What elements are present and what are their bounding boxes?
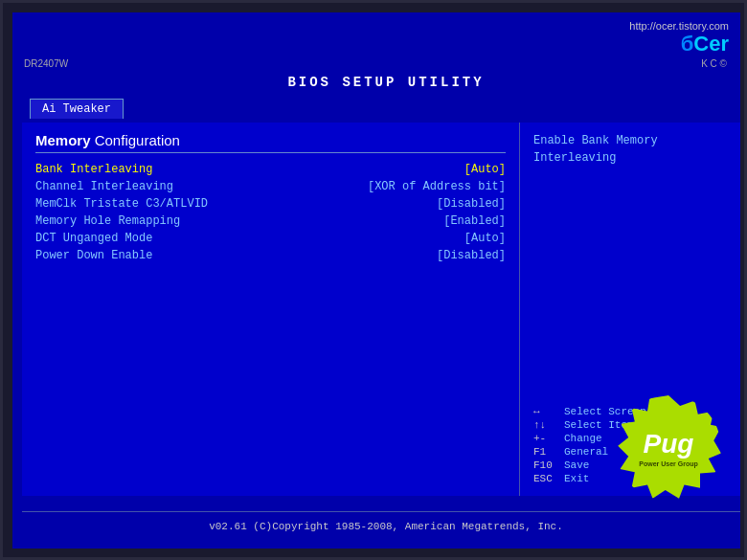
legend-desc-exit: Exit	[564, 473, 589, 484]
menu-value-dct: [Auto]	[464, 232, 506, 245]
menu-value-channel: [XOR of Address bit]	[368, 180, 506, 193]
pug-badge: Pug Power User Group	[616, 395, 721, 501]
legend-key-arrows: ↔	[533, 406, 564, 417]
menu-row-bank[interactable]: Bank Interleaving [Auto]	[35, 161, 506, 178]
menu-items: Bank Interleaving [Auto] Channel Interle…	[35, 161, 506, 264]
left-panel: Memory Configuration Bank Interleaving […	[22, 123, 520, 496]
legend-key-plusminus: +-	[533, 433, 564, 444]
menu-label-memclk: MemClk Tristate C3/ATLVID	[35, 197, 437, 211]
menu-label-dct: DCT Unganged Mode	[35, 232, 464, 245]
legend-key-f10: F10	[533, 459, 564, 471]
section-title-bold: Memory	[35, 132, 91, 148]
bios-footer: v02.61 (C)Copyright 1985-2008, American …	[22, 511, 740, 539]
watermark-url: http://ocer.tistory.com	[629, 20, 729, 32]
tab-bar: Ai Tweaker	[22, 99, 740, 119]
brand-name: Cer	[693, 32, 729, 56]
kc-indicator: K C ©	[701, 58, 727, 69]
watermark-brand: бCer	[629, 32, 729, 56]
menu-row-channel[interactable]: Channel Interleaving [XOR of Address bit…	[35, 178, 506, 195]
menu-value-bank: [Auto]	[464, 163, 506, 176]
legend-key-esc: ESC	[533, 473, 564, 484]
menu-value-powerdown: [Disabled]	[437, 249, 506, 262]
legend-key-f1: F1	[533, 446, 564, 458]
menu-label-bank: Bank Interleaving	[35, 163, 464, 176]
menu-value-memclk: [Disabled]	[437, 197, 506, 211]
o-icon: б	[681, 32, 694, 56]
section-title-thin: Configuration	[91, 132, 180, 148]
menu-label-channel: Channel Interleaving	[35, 180, 368, 193]
menu-row-memhole[interactable]: Memory Hole Remapping [Enabled]	[35, 213, 506, 230]
legend-desc-save: Save	[564, 459, 589, 471]
menu-row-powerdown[interactable]: Power Down Enable [Disabled]	[35, 247, 506, 264]
monitor-label: DR2407W	[24, 58, 68, 69]
watermark: http://ocer.tistory.com бCer	[629, 20, 729, 56]
legend-desc-change: Change	[564, 433, 602, 444]
footer-text: v02.61 (C)Copyright 1985-2008, American …	[209, 521, 563, 532]
menu-label-memhole: Memory Hole Remapping	[35, 214, 443, 228]
pug-splat: Pug Power User Group	[616, 395, 721, 501]
bios-header: BIOS SETUP UTILITY	[22, 70, 740, 95]
pug-main-text: Pug	[639, 428, 697, 460]
legend-desc-general: General	[564, 446, 608, 458]
tab-ai-tweaker[interactable]: Ai Tweaker	[30, 99, 124, 119]
help-text: Enable Bank MemoryInterleaving	[533, 132, 736, 167]
bios-title: BIOS SETUP UTILITY	[287, 75, 484, 90]
menu-row-memclk[interactable]: MemClk Tristate C3/ATLVID [Disabled]	[35, 195, 506, 213]
monitor-frame: http://ocer.tistory.com бCer DR2407W K C…	[0, 0, 747, 560]
pug-sub-text: Power User Group	[639, 460, 697, 468]
screen: http://ocer.tistory.com бCer DR2407W K C…	[12, 12, 740, 549]
menu-label-powerdown: Power Down Enable	[35, 249, 437, 262]
section-title: Memory Configuration	[35, 132, 506, 153]
pug-text-container: Pug Power User Group	[639, 428, 697, 468]
legend-key-updown: ↑↓	[533, 419, 564, 431]
menu-row-dct[interactable]: DCT Unganged Mode [Auto]	[35, 230, 506, 247]
menu-value-memhole: [Enabled]	[443, 214, 506, 228]
